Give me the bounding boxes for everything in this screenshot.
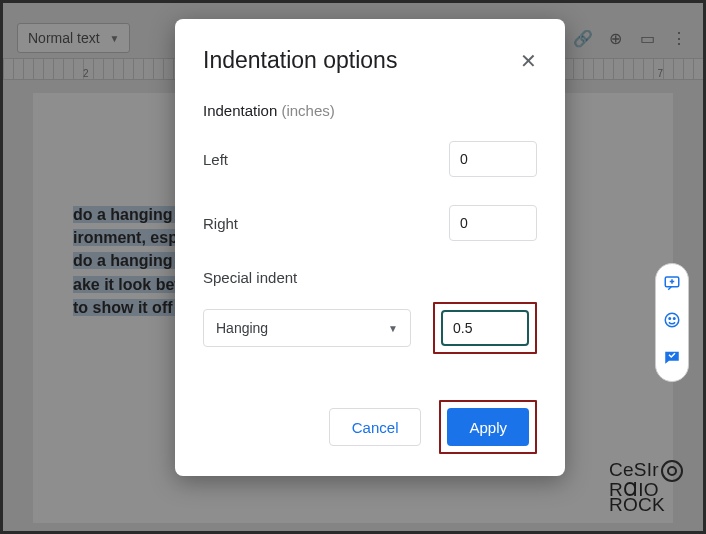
paragraph-style-label: Normal text (28, 30, 100, 46)
watermark: CeSIr RⱭIO ROCK (609, 460, 683, 513)
more-icon[interactable]: ⋮ (669, 28, 689, 48)
special-indent-label: Special indent (203, 269, 537, 286)
add-comment-icon[interactable] (663, 274, 681, 297)
chevron-down-icon: ▼ (110, 33, 120, 44)
left-indent-label: Left (203, 151, 228, 168)
indentation-section-label: Indentation (inches) (203, 102, 537, 119)
dialog-title: Indentation options (203, 47, 397, 74)
apply-button[interactable]: Apply (447, 408, 529, 446)
svg-point-1 (665, 313, 679, 327)
apply-highlight: Apply (439, 400, 537, 454)
svg-point-2 (669, 318, 671, 320)
right-indent-input[interactable] (449, 205, 537, 241)
ruler-mark: 2 (83, 68, 89, 79)
insert-image-icon[interactable]: ▭ (637, 28, 657, 48)
special-value-highlight (433, 302, 537, 354)
special-indent-value-input[interactable] (441, 310, 529, 346)
add-comment-icon[interactable]: ⊕ (605, 28, 625, 48)
swirl-icon (661, 460, 683, 482)
link-icon[interactable]: 🔗 (573, 28, 593, 48)
close-icon[interactable]: ✕ (520, 51, 537, 71)
cancel-button[interactable]: Cancel (329, 408, 422, 446)
ruler-mark: 7 (657, 68, 663, 79)
suggest-edit-icon[interactable] (663, 348, 681, 371)
chevron-down-icon: ▼ (388, 323, 398, 334)
emoji-icon[interactable] (663, 311, 681, 334)
special-indent-selected: Hanging (216, 320, 268, 336)
indentation-options-dialog: Indentation options ✕ Indentation (inche… (175, 19, 565, 476)
paragraph-style-dropdown[interactable]: Normal text ▼ (17, 23, 130, 53)
toolbar-right-group: 🔗 ⊕ ▭ ⋮ (573, 28, 689, 48)
svg-point-3 (674, 318, 676, 320)
special-indent-dropdown[interactable]: Hanging ▼ (203, 309, 411, 347)
reaction-panel (655, 263, 689, 382)
right-indent-label: Right (203, 215, 238, 232)
left-indent-input[interactable] (449, 141, 537, 177)
